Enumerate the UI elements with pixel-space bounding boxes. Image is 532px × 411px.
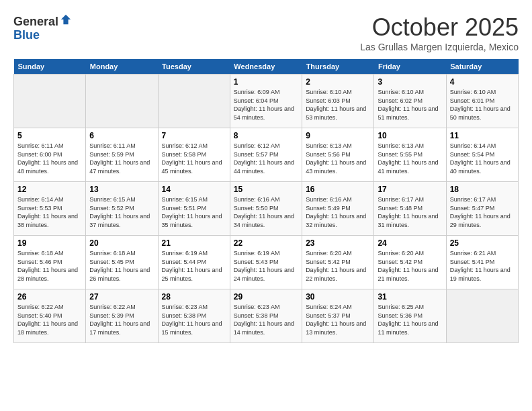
day-info: Sunrise: 6:23 AMSunset: 5:38 PMDaylight:… [162, 303, 226, 336]
day-info: Sunrise: 6:17 AMSunset: 5:47 PMDaylight:… [450, 195, 515, 229]
logo-icon [60, 13, 72, 26]
day-cell: 31Sunrise: 6:25 AMSunset: 5:36 PMDayligh… [374, 289, 446, 343]
week-row-5: 26Sunrise: 6:22 AMSunset: 5:40 PMDayligh… [14, 289, 519, 343]
day-info: Sunrise: 6:20 AMSunset: 5:42 PMDaylight:… [378, 249, 442, 283]
day-cell: 26Sunrise: 6:22 AMSunset: 5:40 PMDayligh… [14, 289, 86, 343]
day-number: 7 [162, 131, 226, 140]
day-cell: 4Sunrise: 6:10 AMSunset: 6:01 PMDaylight… [446, 75, 518, 128]
day-number: 2 [306, 77, 370, 87]
day-number: 8 [234, 131, 298, 140]
week-row-4: 19Sunrise: 6:18 AMSunset: 5:46 PMDayligh… [14, 236, 519, 289]
day-info: Sunrise: 6:12 AMSunset: 5:58 PMDaylight:… [162, 142, 226, 175]
day-info: Sunrise: 6:16 AMSunset: 5:50 PMDaylight:… [234, 195, 298, 229]
location-subtitle: Las Grullas Margen Izquierda, Mexico [360, 42, 519, 52]
header-friday: Friday [374, 59, 446, 75]
calendar-header: SundayMondayTuesdayWednesdayThursdayFrid… [14, 59, 519, 75]
day-number: 9 [306, 131, 370, 140]
week-row-3: 12Sunrise: 6:14 AMSunset: 5:53 PMDayligh… [14, 182, 519, 236]
day-cell: 23Sunrise: 6:20 AMSunset: 5:42 PMDayligh… [302, 236, 374, 289]
header-sunday: Sunday [14, 59, 86, 75]
day-cell: 25Sunrise: 6:21 AMSunset: 5:41 PMDayligh… [446, 236, 518, 289]
day-info: Sunrise: 6:11 AMSunset: 6:00 PMDaylight:… [17, 142, 82, 175]
day-number: 3 [378, 77, 442, 87]
day-number: 17 [378, 185, 442, 194]
day-number: 12 [17, 185, 82, 194]
day-number: 10 [378, 131, 442, 140]
day-info: Sunrise: 6:16 AMSunset: 5:49 PMDaylight:… [306, 195, 370, 229]
day-cell: 27Sunrise: 6:22 AMSunset: 5:39 PMDayligh… [86, 289, 158, 343]
day-number: 31 [378, 292, 442, 302]
day-cell: 29Sunrise: 6:23 AMSunset: 5:38 PMDayligh… [230, 289, 302, 343]
day-number: 16 [306, 185, 370, 194]
day-info: Sunrise: 6:20 AMSunset: 5:42 PMDaylight:… [306, 249, 370, 283]
day-info: Sunrise: 6:13 AMSunset: 5:55 PMDaylight:… [378, 142, 442, 175]
day-cell: 11Sunrise: 6:14 AMSunset: 5:54 PMDayligh… [446, 128, 518, 182]
day-info: Sunrise: 6:14 AMSunset: 5:54 PMDaylight:… [450, 142, 515, 175]
day-info: Sunrise: 6:15 AMSunset: 5:52 PMDaylight:… [89, 195, 154, 229]
day-number: 26 [17, 292, 82, 302]
day-cell: 14Sunrise: 6:15 AMSunset: 5:51 PMDayligh… [158, 182, 230, 236]
page-header: General Blue October 2025 Las Grullas Ma… [13, 13, 519, 52]
day-cell: 6Sunrise: 6:11 AMSunset: 5:59 PMDaylight… [86, 128, 158, 182]
day-info: Sunrise: 6:19 AMSunset: 5:43 PMDaylight:… [234, 249, 298, 283]
day-cell [86, 75, 158, 128]
logo-general: General [13, 15, 58, 28]
day-number: 15 [234, 185, 298, 194]
week-row-1: 1Sunrise: 6:09 AMSunset: 6:04 PMDaylight… [14, 75, 519, 128]
day-number: 4 [450, 77, 515, 87]
day-cell: 9Sunrise: 6:13 AMSunset: 5:56 PMDaylight… [302, 128, 374, 182]
day-cell: 17Sunrise: 6:17 AMSunset: 5:48 PMDayligh… [374, 182, 446, 236]
day-cell [158, 75, 230, 128]
day-number: 18 [450, 185, 515, 194]
day-number: 5 [17, 131, 82, 140]
day-info: Sunrise: 6:22 AMSunset: 5:40 PMDaylight:… [17, 303, 82, 336]
day-cell: 16Sunrise: 6:16 AMSunset: 5:49 PMDayligh… [302, 182, 374, 236]
day-cell: 13Sunrise: 6:15 AMSunset: 5:52 PMDayligh… [86, 182, 158, 236]
day-info: Sunrise: 6:10 AMSunset: 6:03 PMDaylight:… [306, 88, 370, 122]
day-cell [446, 289, 518, 343]
logo: General Blue [13, 13, 72, 42]
day-number: 11 [450, 131, 515, 140]
header-wednesday: Wednesday [230, 59, 302, 75]
logo-text: General Blue [13, 13, 72, 42]
title-block: October 2025 Las Grullas Margen Izquierd… [360, 13, 519, 52]
logo-blue: Blue [13, 28, 40, 42]
day-cell: 1Sunrise: 6:09 AMSunset: 6:04 PMDaylight… [230, 75, 302, 128]
day-info: Sunrise: 6:21 AMSunset: 5:41 PMDaylight:… [450, 249, 515, 283]
day-cell: 7Sunrise: 6:12 AMSunset: 5:58 PMDaylight… [158, 128, 230, 182]
header-monday: Monday [86, 59, 158, 75]
day-info: Sunrise: 6:23 AMSunset: 5:38 PMDaylight:… [234, 303, 298, 336]
day-number: 23 [306, 238, 370, 248]
day-cell: 24Sunrise: 6:20 AMSunset: 5:42 PMDayligh… [374, 236, 446, 289]
day-info: Sunrise: 6:18 AMSunset: 5:46 PMDaylight:… [17, 249, 82, 283]
day-cell: 12Sunrise: 6:14 AMSunset: 5:53 PMDayligh… [14, 182, 86, 236]
day-info: Sunrise: 6:09 AMSunset: 6:04 PMDaylight:… [234, 88, 298, 122]
day-number: 25 [450, 238, 515, 248]
day-cell [14, 75, 86, 128]
day-number: 14 [162, 185, 226, 194]
day-number: 13 [89, 185, 154, 194]
day-number: 28 [162, 292, 226, 302]
day-info: Sunrise: 6:24 AMSunset: 5:37 PMDaylight:… [306, 303, 370, 336]
day-info: Sunrise: 6:11 AMSunset: 5:59 PMDaylight:… [89, 142, 154, 175]
day-info: Sunrise: 6:22 AMSunset: 5:39 PMDaylight:… [89, 303, 154, 336]
day-cell: 5Sunrise: 6:11 AMSunset: 6:00 PMDaylight… [14, 128, 86, 182]
day-number: 29 [234, 292, 298, 302]
day-number: 30 [306, 292, 370, 302]
day-number: 27 [89, 292, 154, 302]
day-info: Sunrise: 6:14 AMSunset: 5:53 PMDaylight:… [17, 195, 82, 229]
week-row-2: 5Sunrise: 6:11 AMSunset: 6:00 PMDaylight… [14, 128, 519, 182]
day-cell: 28Sunrise: 6:23 AMSunset: 5:38 PMDayligh… [158, 289, 230, 343]
day-info: Sunrise: 6:18 AMSunset: 5:45 PMDaylight:… [89, 249, 154, 283]
day-number: 6 [89, 131, 154, 140]
day-cell: 15Sunrise: 6:16 AMSunset: 5:50 PMDayligh… [230, 182, 302, 236]
day-cell: 18Sunrise: 6:17 AMSunset: 5:47 PMDayligh… [446, 182, 518, 236]
svg-marker-0 [61, 15, 71, 24]
day-number: 24 [378, 238, 442, 248]
calendar-table: SundayMondayTuesdayWednesdayThursdayFrid… [13, 59, 519, 343]
header-tuesday: Tuesday [158, 59, 230, 75]
header-saturday: Saturday [446, 59, 518, 75]
header-row: SundayMondayTuesdayWednesdayThursdayFrid… [14, 59, 519, 75]
day-info: Sunrise: 6:25 AMSunset: 5:36 PMDaylight:… [378, 303, 442, 336]
day-info: Sunrise: 6:13 AMSunset: 5:56 PMDaylight:… [306, 142, 370, 175]
